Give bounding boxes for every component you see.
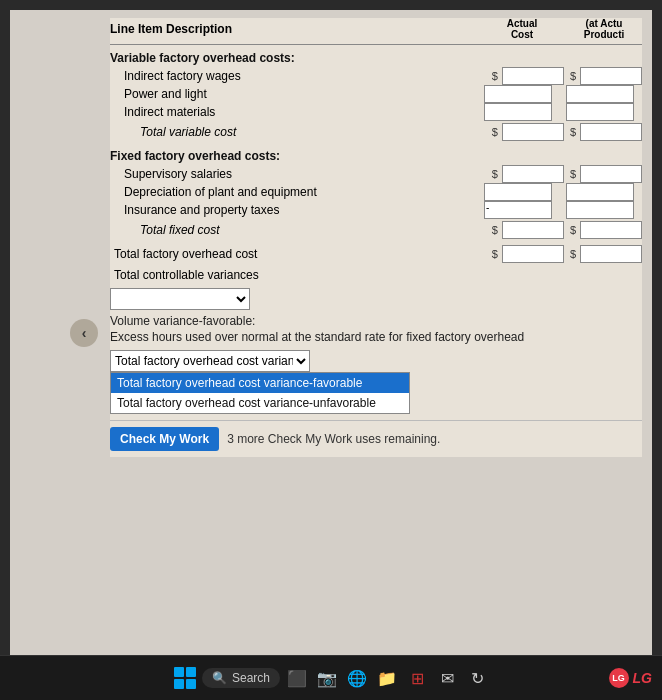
lg-brand: LG — [612, 673, 625, 683]
row-label-indirect-materials: Indirect materials — [110, 105, 484, 119]
row-label-controllable-variances: Total controllable variances — [110, 268, 484, 282]
win-sq-3 — [174, 679, 184, 689]
power-light-input-2[interactable] — [566, 85, 634, 103]
check-my-work-button[interactable]: Check My Work — [110, 427, 219, 451]
insurance-input-2[interactable] — [566, 201, 634, 219]
search-label: Search — [232, 671, 270, 685]
row-label-total-overhead: Total factory overhead cost — [110, 247, 492, 261]
depreciation-input-2[interactable] — [566, 183, 634, 201]
taskbar-icon-ms[interactable]: ⊞ — [406, 667, 428, 689]
taskbar-icon-1[interactable]: ⬛ — [286, 667, 308, 689]
table-row: Total fixed cost $ $ — [110, 221, 642, 239]
indirect-wages-col2: $ — [570, 67, 642, 85]
row-label-insurance: Insurance and property taxes — [110, 203, 484, 217]
table-row: Depreciation of plant and equipment — [110, 183, 642, 201]
variable-section-label: Variable factory overhead costs: — [110, 51, 642, 65]
total-overhead-input-1[interactable] — [502, 245, 564, 263]
table-row: Power and light — [110, 85, 642, 103]
win-sq-2 — [186, 667, 196, 677]
total-variable-input-2[interactable] — [580, 123, 642, 141]
win-sq-1 — [174, 667, 184, 677]
indirect-materials-input-1[interactable] — [484, 103, 552, 121]
total-variable-input-1[interactable] — [502, 123, 564, 141]
dropdown-list: Total factory overhead cost variance-fav… — [110, 372, 410, 414]
row-label-total-fixed: Total fixed cost — [110, 223, 492, 237]
win-sq-4 — [186, 679, 196, 689]
search-icon: 🔍 — [212, 671, 227, 685]
indirect-wages-input-2[interactable] — [580, 67, 642, 85]
volume-variance-dropdown[interactable]: Total factory overhead cost variance-fav… — [110, 350, 310, 372]
taskbar-icon-mail[interactable]: ✉ — [436, 667, 458, 689]
taskbar-icon-camera[interactable]: 📷 — [316, 667, 338, 689]
total-fixed-input-1[interactable] — [502, 221, 564, 239]
taskbar-icon-refresh[interactable]: ↻ — [466, 667, 488, 689]
supervisory-input-2[interactable] — [580, 165, 642, 183]
indirect-wages-col1: $ — [492, 67, 564, 85]
supervisory-input-1[interactable] — [502, 165, 564, 183]
table-row: Total factory overhead cost $ $ — [110, 245, 642, 263]
excess-hours-label: Excess hours used over normal at the sta… — [110, 330, 642, 344]
actual-cost-header: ActualCost — [484, 18, 560, 40]
row-label-supervisory: Supervisory salaries — [110, 167, 492, 181]
taskbar-icon-edge[interactable]: 🌐 — [346, 667, 368, 689]
nav-back-arrow[interactable]: ‹ — [70, 319, 98, 347]
table-row: Indirect factory wages $ $ — [110, 67, 642, 85]
insurance-input-1[interactable] — [484, 201, 552, 219]
lg-brand-text: LG — [633, 670, 652, 686]
dropdown-option-unfavorable[interactable]: Total factory overhead cost variance-unf… — [111, 393, 409, 413]
table-row: Total variable cost $ $ — [110, 123, 642, 141]
table-row: Total controllable variances — [110, 267, 642, 282]
table-row: Indirect materials — [110, 103, 642, 121]
line-item-header: Line Item Description — [110, 22, 484, 36]
table-row: Supervisory salaries $ $ — [110, 165, 642, 183]
row-label-power-light: Power and light — [110, 87, 484, 101]
taskbar-icons: ⬛ 📷 🌐 📁 ⊞ ✉ ↻ — [286, 667, 488, 689]
dropdown-option-favorable[interactable]: Total factory overhead cost variance-fav… — [111, 373, 409, 393]
check-work-remaining-label: 3 more Check My Work uses remaining. — [227, 432, 440, 446]
total-fixed-input-2[interactable] — [580, 221, 642, 239]
windows-start-button[interactable] — [174, 667, 196, 689]
row-label-depreciation: Depreciation of plant and equipment — [110, 185, 484, 199]
indirect-materials-input-2[interactable] — [566, 103, 634, 121]
dropdown2-container: Total factory overhead cost variance-fav… — [110, 350, 642, 414]
fixed-section-label: Fixed factory overhead costs: — [110, 149, 642, 163]
taskbar-search[interactable]: 🔍 Search — [202, 668, 280, 688]
row-label-total-variable: Total variable cost — [110, 125, 492, 139]
indirect-wages-input-1[interactable] — [502, 67, 564, 85]
check-work-row: Check My Work 3 more Check My Work uses … — [110, 420, 642, 457]
power-light-input-1[interactable] — [484, 85, 552, 103]
lg-logo-circle: LG — [609, 668, 629, 688]
budget-header: (at ActuProducti — [566, 18, 642, 40]
depreciation-input-1[interactable] — [484, 183, 552, 201]
row-label-indirect-wages: Indirect factory wages — [110, 69, 492, 83]
taskbar: 🔍 Search ⬛ 📷 🌐 📁 ⊞ ✉ ↻ LG LG — [0, 655, 662, 700]
dropdown1-container — [110, 288, 642, 310]
taskbar-right: LG LG — [609, 668, 652, 688]
total-overhead-input-2[interactable] — [580, 245, 642, 263]
table-row: Insurance and property taxes - — [110, 201, 642, 219]
taskbar-icon-folder[interactable]: 📁 — [376, 667, 398, 689]
controllable-variance-dropdown[interactable] — [110, 288, 250, 310]
volume-variance-label: Volume variance-favorable: — [110, 314, 642, 328]
